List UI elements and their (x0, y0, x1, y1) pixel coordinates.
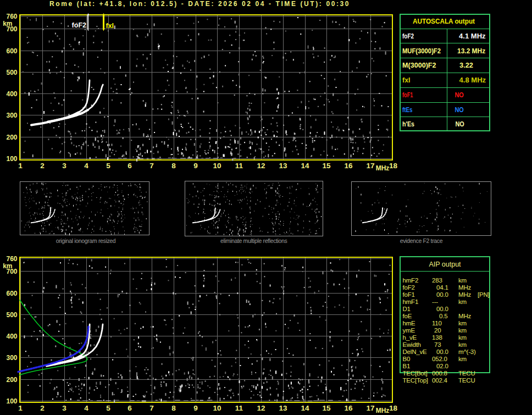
svg-text:B1: B1 (403, 363, 411, 369)
svg-text:15: 15 (322, 404, 331, 412)
svg-text:D1: D1 (403, 306, 411, 312)
svg-text:00.0: 00.0 (436, 348, 448, 355)
svg-text:AIP output: AIP output (429, 261, 461, 268)
svg-text:---: --- (432, 298, 438, 305)
svg-text:fxI: fxI (106, 22, 114, 30)
svg-text:16: 16 (344, 404, 353, 412)
svg-text:500: 500 (6, 311, 17, 319)
svg-text:1: 1 (18, 162, 23, 170)
svg-text:hmE: hmE (403, 320, 416, 327)
svg-text:20: 20 (434, 327, 441, 334)
svg-text:400: 400 (6, 90, 17, 98)
svg-text:15: 15 (322, 162, 331, 170)
svg-text:km: km (458, 277, 467, 284)
svg-text:000.8: 000.8 (432, 370, 447, 377)
svg-text:2: 2 (40, 162, 45, 170)
svg-text:11: 11 (235, 404, 243, 412)
svg-text:NO: NO (456, 120, 464, 128)
svg-text:TECU: TECU (458, 377, 475, 384)
svg-text:00.0: 00.0 (436, 291, 448, 298)
svg-text:7: 7 (149, 162, 154, 170)
svg-text:002.4: 002.4 (432, 377, 448, 384)
svg-text:02.0: 02.0 (436, 363, 448, 369)
svg-text:[PN]: [PN] (478, 291, 490, 298)
svg-text:13: 13 (279, 162, 287, 170)
svg-text:300: 300 (6, 354, 17, 362)
svg-text:ymE: ymE (403, 327, 415, 334)
svg-text:TECU: TECU (458, 370, 475, 377)
svg-text:18: 18 (389, 162, 398, 170)
svg-text:DelN_vE: DelN_vE (403, 348, 428, 355)
svg-text:200: 200 (6, 376, 17, 384)
svg-text:17: 17 (366, 162, 374, 170)
svg-text:3: 3 (62, 404, 66, 412)
svg-text:MUF(3000)F2: MUF(3000)F2 (402, 47, 441, 55)
svg-text:MHz: MHz (376, 164, 390, 172)
svg-text:04.1: 04.1 (436, 284, 448, 291)
svg-text:12: 12 (257, 162, 265, 170)
svg-text:hmF1: hmF1 (403, 298, 419, 305)
svg-text:Rome (lat: +41.8, lon: 012.5): Rome (lat: +41.8, lon: 012.5) - DATE: 20… (49, 0, 350, 8)
svg-text:MHz: MHz (458, 291, 471, 298)
svg-text:fxI: fxI (402, 76, 411, 84)
svg-text:foE: foE (403, 313, 412, 319)
svg-text:73: 73 (434, 341, 441, 348)
svg-text:10: 10 (213, 404, 221, 412)
svg-text:760: 760 (6, 13, 17, 20)
svg-text:110: 110 (432, 320, 442, 327)
svg-text:km: km (458, 334, 467, 341)
svg-text:4.8 MHz: 4.8 MHz (459, 76, 486, 84)
svg-text:400: 400 (6, 333, 17, 340)
svg-text:NO: NO (455, 106, 464, 114)
svg-text:17: 17 (366, 404, 374, 412)
svg-text:Ewidth: Ewidth (403, 341, 421, 348)
svg-text:052.0: 052.0 (432, 356, 447, 362)
svg-text:km: km (458, 327, 467, 334)
svg-text:600: 600 (6, 290, 17, 297)
svg-text:14: 14 (301, 404, 309, 412)
svg-text:4: 4 (84, 162, 88, 170)
svg-text:600: 600 (6, 47, 17, 55)
svg-text:8: 8 (171, 404, 176, 412)
svg-text:18: 18 (389, 404, 398, 412)
svg-text:300: 300 (6, 112, 17, 119)
svg-text:500: 500 (6, 69, 17, 76)
svg-text:8: 8 (171, 162, 176, 170)
svg-text:4: 4 (84, 404, 88, 412)
svg-text:0.5: 0.5 (439, 313, 447, 319)
svg-text:100: 100 (6, 397, 17, 405)
svg-text:km: km (458, 298, 467, 305)
svg-text:m^(-3): m^(-3) (458, 348, 476, 355)
svg-text:foF2: foF2 (402, 32, 414, 40)
svg-text:760: 760 (6, 255, 17, 263)
svg-text:12: 12 (257, 404, 265, 412)
svg-text:16: 16 (344, 162, 353, 170)
svg-text:km: km (458, 341, 467, 348)
svg-text:13: 13 (279, 404, 287, 412)
svg-text:10: 10 (213, 162, 221, 170)
svg-text:original ionogram resized: original ionogram resized (56, 237, 116, 244)
svg-text:283: 283 (432, 277, 442, 284)
svg-text:9: 9 (193, 404, 198, 412)
svg-text:3: 3 (62, 162, 66, 170)
svg-text:3.22: 3.22 (459, 61, 473, 69)
svg-text:200: 200 (6, 134, 17, 141)
svg-text:700: 700 (6, 25, 17, 33)
svg-text:B0: B0 (403, 356, 411, 362)
svg-text:TEC[Top]: TEC[Top] (403, 377, 428, 384)
svg-text:hmF2: hmF2 (403, 277, 419, 284)
svg-text:100: 100 (6, 155, 17, 163)
svg-text:4.1 MHz: 4.1 MHz (459, 32, 486, 40)
svg-text:11: 11 (235, 162, 243, 170)
svg-text:6: 6 (128, 404, 132, 412)
svg-text:h_vE: h_vE (403, 334, 417, 341)
svg-text:ftEs: ftEs (402, 106, 413, 114)
svg-text:MHz: MHz (458, 313, 471, 319)
svg-text:foF2: foF2 (72, 21, 86, 29)
svg-text:NO: NO (455, 91, 464, 99)
svg-text:1: 1 (18, 404, 23, 412)
svg-text:6: 6 (128, 162, 132, 170)
svg-text:evidence F2 trace: evidence F2 trace (400, 237, 443, 244)
svg-text:foF1: foF1 (403, 291, 415, 298)
svg-text:14: 14 (301, 162, 309, 170)
